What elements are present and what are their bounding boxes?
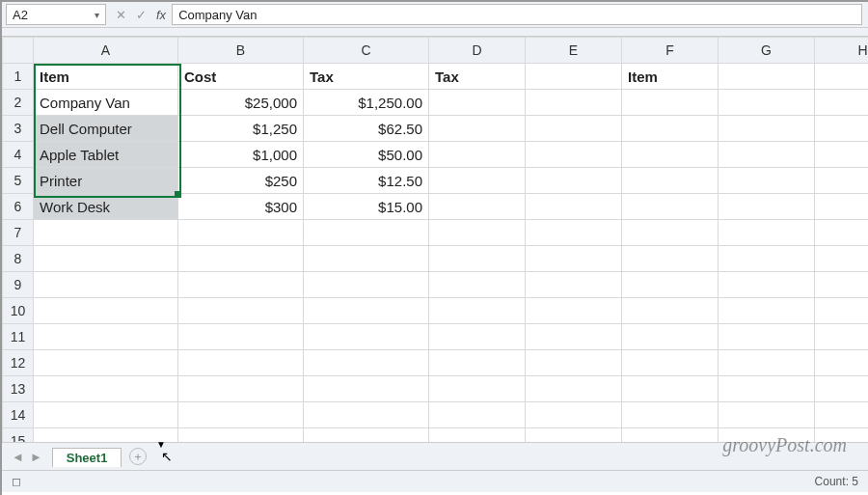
enter-icon[interactable]: ✓ (136, 8, 147, 22)
cell-D7[interactable] (429, 220, 526, 246)
row-header-8[interactable]: 8 (3, 246, 34, 272)
cell-F5[interactable] (622, 168, 719, 194)
row-header-13[interactable]: 13 (3, 376, 34, 402)
cell-F13[interactable] (622, 376, 719, 402)
cell-C3[interactable]: $62.50 (304, 116, 429, 142)
cell-B9[interactable] (178, 272, 304, 298)
col-header-A[interactable]: A (34, 38, 178, 64)
cell-C10[interactable] (304, 298, 429, 324)
cell-H14[interactable] (815, 402, 869, 428)
cell-C12[interactable] (304, 350, 429, 376)
row-header-9[interactable]: 9 (3, 272, 34, 298)
cell-F3[interactable] (622, 116, 719, 142)
cell-G5[interactable] (719, 168, 815, 194)
cell-A1[interactable]: Item (34, 64, 178, 90)
cell-G15[interactable] (719, 428, 815, 443)
cell-H7[interactable] (815, 220, 869, 246)
cell-F12[interactable] (622, 350, 719, 376)
cell-H12[interactable] (815, 350, 869, 376)
cell-F2[interactable] (622, 90, 719, 116)
selection-fill-handle[interactable] (175, 191, 180, 197)
cell-G4[interactable] (719, 142, 815, 168)
row-header-5[interactable]: 5 (3, 168, 34, 194)
col-header-G[interactable]: G (719, 38, 815, 64)
cell-F4[interactable] (622, 142, 719, 168)
cell-E14[interactable] (526, 402, 622, 428)
cell-A13[interactable] (34, 376, 178, 402)
row-header-14[interactable]: 14 (3, 402, 34, 428)
cell-D5[interactable] (429, 168, 526, 194)
cell-F15[interactable] (622, 428, 719, 443)
cell-A7[interactable] (34, 220, 178, 246)
cell-G7[interactable] (719, 220, 815, 246)
cell-G13[interactable] (719, 376, 815, 402)
cell-C4[interactable]: $50.00 (304, 142, 429, 168)
name-box[interactable]: A2 ▾ (6, 4, 106, 25)
cell-F7[interactable] (622, 220, 719, 246)
cell-C8[interactable] (304, 246, 429, 272)
col-header-E[interactable]: E (526, 38, 622, 64)
cell-E4[interactable] (526, 142, 622, 168)
cell-D14[interactable] (429, 402, 526, 428)
cell-F9[interactable] (622, 272, 719, 298)
cell-E10[interactable] (526, 298, 622, 324)
cell-E9[interactable] (526, 272, 622, 298)
cell-D11[interactable] (429, 324, 526, 350)
cell-A4[interactable]: Apple Tablet (34, 142, 178, 168)
cell-E11[interactable] (526, 324, 622, 350)
cell-B14[interactable] (178, 402, 304, 428)
row-header-15[interactable]: 15 (3, 428, 34, 443)
cell-H15[interactable] (815, 428, 869, 443)
cell-G8[interactable] (719, 246, 815, 272)
formula-input[interactable]: Company Van (172, 4, 862, 25)
cell-B10[interactable] (178, 298, 304, 324)
cell-E3[interactable] (526, 116, 622, 142)
cell-G9[interactable] (719, 272, 815, 298)
cell-A8[interactable] (34, 246, 178, 272)
cell-H11[interactable] (815, 324, 869, 350)
cell-E15[interactable] (526, 428, 622, 443)
cell-H4[interactable] (815, 142, 869, 168)
cell-B5[interactable]: $250 (178, 168, 304, 194)
tab-prev-icon[interactable]: ◄ (12, 450, 24, 464)
row-header-6[interactable]: 6 (3, 194, 34, 220)
col-header-F[interactable]: F (622, 38, 719, 64)
macro-record-icon[interactable]: ◻ (12, 475, 21, 488)
cell-H9[interactable] (815, 272, 869, 298)
cell-E5[interactable] (526, 168, 622, 194)
cell-B11[interactable] (178, 324, 304, 350)
col-header-C[interactable]: C (304, 38, 429, 64)
row-header-10[interactable]: 10 (3, 298, 34, 324)
cancel-icon[interactable]: ✕ (116, 8, 126, 22)
cell-B6[interactable]: $300 (178, 194, 304, 220)
row-header-4[interactable]: 4 (3, 142, 34, 168)
cell-G12[interactable] (719, 350, 815, 376)
cell-C13[interactable] (304, 376, 429, 402)
cell-C7[interactable] (304, 220, 429, 246)
cell-H3[interactable] (815, 116, 869, 142)
cell-A10[interactable] (34, 298, 178, 324)
cell-B3[interactable]: $1,250 (178, 116, 304, 142)
spreadsheet-grid[interactable]: ABCDEFGH 1ItemCostTaxTaxItem2Company Van… (2, 37, 868, 442)
cell-E2[interactable] (526, 90, 622, 116)
cell-D8[interactable] (429, 246, 526, 272)
row-header-3[interactable]: 3 (3, 116, 34, 142)
cell-E7[interactable] (526, 220, 622, 246)
cell-B7[interactable] (178, 220, 304, 246)
cell-C11[interactable] (304, 324, 429, 350)
cell-G14[interactable] (719, 402, 815, 428)
cell-B12[interactable] (178, 350, 304, 376)
cell-G11[interactable] (719, 324, 815, 350)
cell-A12[interactable] (34, 350, 178, 376)
cell-C15[interactable] (304, 428, 429, 443)
cell-G2[interactable] (719, 90, 815, 116)
cell-G6[interactable] (719, 194, 815, 220)
cell-D3[interactable] (429, 116, 526, 142)
cell-D6[interactable] (429, 194, 526, 220)
cell-E6[interactable] (526, 194, 622, 220)
cell-B2[interactable]: $25,000 (178, 90, 304, 116)
cell-A6[interactable]: Work Desk (34, 194, 178, 220)
cell-D13[interactable] (429, 376, 526, 402)
cell-A14[interactable] (34, 402, 178, 428)
cell-B4[interactable]: $1,000 (178, 142, 304, 168)
